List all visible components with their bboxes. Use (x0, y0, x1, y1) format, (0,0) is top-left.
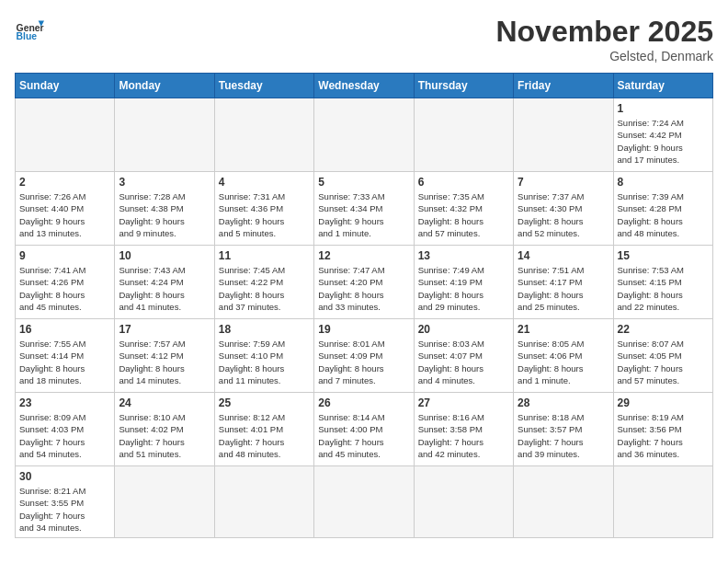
day-info: Sunrise: 7:43 AM Sunset: 4:24 PM Dayligh… (119, 264, 210, 313)
day-number: 12 (318, 249, 409, 262)
calendar-cell (314, 466, 414, 538)
weekday-header-row: SundayMondayTuesdayWednesdayThursdayFrid… (16, 74, 713, 98)
location: Gelsted, Denmark (495, 49, 713, 63)
day-info: Sunrise: 7:47 AM Sunset: 4:20 PM Dayligh… (318, 264, 409, 313)
day-number: 8 (618, 176, 709, 189)
day-info: Sunrise: 8:12 AM Sunset: 4:01 PM Dayligh… (219, 411, 310, 460)
calendar-cell (414, 98, 513, 172)
calendar-week-row: 1Sunrise: 7:24 AM Sunset: 4:42 PM Daylig… (16, 98, 713, 172)
calendar-cell: 1Sunrise: 7:24 AM Sunset: 4:42 PM Daylig… (613, 98, 712, 172)
calendar-cell (16, 98, 115, 172)
calendar-table: SundayMondayTuesdayWednesdayThursdayFrid… (15, 73, 713, 538)
calendar-cell: 14Sunrise: 7:51 AM Sunset: 4:17 PM Dayli… (514, 246, 613, 319)
day-number: 20 (418, 323, 509, 336)
page-header: General Blue November 2025 Gelsted, Denm… (15, 15, 713, 63)
day-number: 21 (518, 323, 609, 336)
calendar-cell: 9Sunrise: 7:41 AM Sunset: 4:26 PM Daylig… (16, 246, 115, 319)
svg-text:Blue: Blue (17, 31, 38, 41)
day-number: 24 (119, 396, 210, 409)
calendar-cell: 27Sunrise: 8:16 AM Sunset: 3:58 PM Dayli… (414, 393, 513, 466)
calendar-cell: 21Sunrise: 8:05 AM Sunset: 4:06 PM Dayli… (514, 319, 613, 393)
calendar-cell (314, 98, 414, 172)
day-number: 15 (618, 249, 709, 262)
day-info: Sunrise: 8:05 AM Sunset: 4:06 PM Dayligh… (518, 338, 609, 386)
day-number: 5 (318, 176, 409, 189)
calendar-cell: 5Sunrise: 7:33 AM Sunset: 4:34 PM Daylig… (314, 172, 414, 246)
calendar-cell: 6Sunrise: 7:35 AM Sunset: 4:32 PM Daylig… (414, 172, 513, 246)
calendar-week-row: 9Sunrise: 7:41 AM Sunset: 4:26 PM Daylig… (16, 246, 713, 319)
day-info: Sunrise: 8:21 AM Sunset: 3:55 PM Dayligh… (19, 485, 110, 534)
title-block: November 2025 Gelsted, Denmark (495, 15, 713, 63)
day-number: 26 (318, 396, 409, 409)
day-number: 14 (518, 249, 609, 262)
day-info: Sunrise: 7:24 AM Sunset: 4:42 PM Dayligh… (618, 117, 709, 166)
day-info: Sunrise: 8:19 AM Sunset: 3:56 PM Dayligh… (618, 411, 709, 460)
weekday-header-saturday: Saturday (613, 74, 712, 98)
weekday-header-tuesday: Tuesday (214, 74, 313, 98)
day-number: 16 (19, 323, 110, 336)
calendar-cell (514, 466, 613, 538)
calendar-cell: 8Sunrise: 7:39 AM Sunset: 4:28 PM Daylig… (613, 172, 712, 246)
calendar-cell: 26Sunrise: 8:14 AM Sunset: 4:00 PM Dayli… (314, 393, 414, 466)
day-info: Sunrise: 7:59 AM Sunset: 4:10 PM Dayligh… (219, 338, 310, 386)
calendar-cell: 11Sunrise: 7:45 AM Sunset: 4:22 PM Dayli… (214, 246, 313, 319)
logo-icon: General Blue (15, 15, 44, 44)
calendar-cell (214, 98, 313, 172)
day-number: 28 (518, 396, 609, 409)
day-number: 25 (219, 396, 310, 409)
calendar-cell (214, 466, 313, 538)
day-info: Sunrise: 8:07 AM Sunset: 4:05 PM Dayligh… (618, 338, 709, 386)
day-info: Sunrise: 7:57 AM Sunset: 4:12 PM Dayligh… (119, 338, 210, 386)
day-info: Sunrise: 7:28 AM Sunset: 4:38 PM Dayligh… (119, 190, 210, 239)
calendar-cell: 20Sunrise: 8:03 AM Sunset: 4:07 PM Dayli… (414, 319, 513, 393)
calendar-cell: 12Sunrise: 7:47 AM Sunset: 4:20 PM Dayli… (314, 246, 414, 319)
day-info: Sunrise: 7:26 AM Sunset: 4:40 PM Dayligh… (19, 190, 110, 239)
weekday-header-monday: Monday (115, 74, 214, 98)
day-number: 29 (618, 396, 709, 409)
calendar-cell (414, 466, 513, 538)
calendar-cell (514, 98, 613, 172)
logo: General Blue (15, 15, 44, 44)
day-number: 13 (418, 249, 509, 262)
day-info: Sunrise: 8:14 AM Sunset: 4:00 PM Dayligh… (318, 411, 409, 460)
calendar-cell: 17Sunrise: 7:57 AM Sunset: 4:12 PM Dayli… (115, 319, 214, 393)
day-number: 22 (618, 323, 709, 336)
calendar-cell (613, 466, 712, 538)
calendar-week-row: 2Sunrise: 7:26 AM Sunset: 4:40 PM Daylig… (16, 172, 713, 246)
calendar-cell: 10Sunrise: 7:43 AM Sunset: 4:24 PM Dayli… (115, 246, 214, 319)
day-info: Sunrise: 7:53 AM Sunset: 4:15 PM Dayligh… (618, 264, 709, 313)
calendar-week-row: 16Sunrise: 7:55 AM Sunset: 4:14 PM Dayli… (16, 319, 713, 393)
calendar-cell: 4Sunrise: 7:31 AM Sunset: 4:36 PM Daylig… (214, 172, 313, 246)
day-number: 17 (119, 323, 210, 336)
day-number: 18 (219, 323, 310, 336)
day-info: Sunrise: 8:18 AM Sunset: 3:57 PM Dayligh… (518, 411, 609, 460)
day-number: 9 (19, 249, 110, 262)
day-number: 11 (219, 249, 310, 262)
day-info: Sunrise: 8:03 AM Sunset: 4:07 PM Dayligh… (418, 338, 509, 386)
day-info: Sunrise: 7:45 AM Sunset: 4:22 PM Dayligh… (219, 264, 310, 313)
day-info: Sunrise: 7:41 AM Sunset: 4:26 PM Dayligh… (19, 264, 110, 313)
day-number: 3 (119, 176, 210, 189)
weekday-header-sunday: Sunday (16, 74, 115, 98)
day-number: 6 (418, 176, 509, 189)
day-number: 23 (19, 396, 110, 409)
day-info: Sunrise: 8:09 AM Sunset: 4:03 PM Dayligh… (19, 411, 110, 460)
day-number: 7 (518, 176, 609, 189)
calendar-cell: 7Sunrise: 7:37 AM Sunset: 4:30 PM Daylig… (514, 172, 613, 246)
day-info: Sunrise: 7:39 AM Sunset: 4:28 PM Dayligh… (618, 190, 709, 239)
calendar-cell: 29Sunrise: 8:19 AM Sunset: 3:56 PM Dayli… (613, 393, 712, 466)
day-info: Sunrise: 8:10 AM Sunset: 4:02 PM Dayligh… (119, 411, 210, 460)
day-number: 30 (19, 470, 110, 483)
weekday-header-wednesday: Wednesday (314, 74, 414, 98)
day-info: Sunrise: 7:51 AM Sunset: 4:17 PM Dayligh… (518, 264, 609, 313)
calendar-cell: 24Sunrise: 8:10 AM Sunset: 4:02 PM Dayli… (115, 393, 214, 466)
calendar-cell (115, 98, 214, 172)
day-number: 1 (618, 102, 709, 115)
day-number: 2 (19, 176, 110, 189)
calendar-cell: 22Sunrise: 8:07 AM Sunset: 4:05 PM Dayli… (613, 319, 712, 393)
calendar-week-row: 23Sunrise: 8:09 AM Sunset: 4:03 PM Dayli… (16, 393, 713, 466)
calendar-cell (115, 466, 214, 538)
calendar-cell: 3Sunrise: 7:28 AM Sunset: 4:38 PM Daylig… (115, 172, 214, 246)
calendar-cell: 30Sunrise: 8:21 AM Sunset: 3:55 PM Dayli… (16, 466, 115, 538)
day-number: 19 (318, 323, 409, 336)
